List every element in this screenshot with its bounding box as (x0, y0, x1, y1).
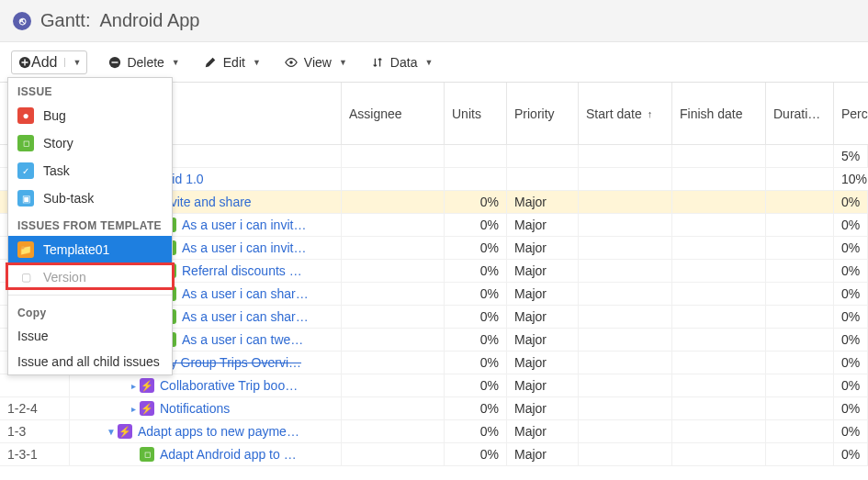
cell-duration (766, 260, 834, 282)
expand-toggle-icon[interactable]: ▸ (127, 404, 140, 414)
dropdown-section-copy: Copy (8, 299, 172, 323)
page-header: ⎋ Gantt: Android App (0, 0, 868, 42)
col-start[interactable]: Start date↑ (579, 83, 672, 145)
eye-icon (285, 55, 299, 69)
cell-duration (766, 352, 834, 374)
cell-finish (672, 397, 766, 419)
cell-priority: Major (507, 306, 579, 328)
dd-issue-type-story[interactable]: Story (8, 129, 172, 157)
dd-copy-issue[interactable]: Issue (8, 323, 172, 349)
dd-copy-issue-children-label: Issue and all child issues (17, 354, 160, 369)
issue-title[interactable]: Adapt apps to new payme… (138, 424, 299, 439)
issue-title[interactable]: Adapt Android app to … (160, 447, 297, 462)
cell-assignee (342, 283, 445, 305)
delete-button[interactable]: Delete ▼ (104, 53, 183, 72)
cell-percent: 0% (834, 397, 868, 419)
cell-priority: Major (507, 237, 579, 259)
expand-toggle-icon[interactable]: ▼ (105, 427, 118, 437)
cell-units: 0% (445, 374, 507, 396)
cell-priority: Major (507, 352, 579, 374)
cell-units: 0% (445, 306, 507, 328)
delete-label: Delete (127, 55, 163, 70)
issue-title[interactable]: My Group Trips Overvi… (160, 355, 301, 370)
dd-template-item[interactable]: Template01 (8, 236, 172, 263)
dropdown-separator (8, 295, 172, 296)
table-row[interactable]: 1-2-4▸Notifications0%Major0% (0, 397, 868, 420)
col-units[interactable]: Units (445, 83, 507, 145)
cell-duration (766, 420, 834, 442)
add-button[interactable]: Add ▼ (11, 50, 87, 74)
epic-icon (140, 401, 154, 416)
view-button[interactable]: View ▼ (281, 53, 351, 72)
issue-title[interactable]: Invite and share (160, 195, 252, 209)
cell-duration (766, 191, 834, 213)
bug-icon: ● (17, 107, 34, 124)
cell-start (579, 443, 672, 465)
cell-priority: Major (507, 283, 579, 305)
cell-issue[interactable]: ▸Notifications (70, 397, 342, 419)
col-duration[interactable]: Durati… (766, 83, 834, 145)
col-assignee[interactable]: Assignee (342, 83, 445, 145)
issue-title[interactable]: Notifications (160, 401, 230, 416)
cell-start (579, 352, 672, 374)
cell-start (579, 374, 672, 396)
cell-priority: Major (507, 191, 579, 213)
cell-percent: 0% (834, 329, 868, 351)
cell-units: 0% (445, 420, 507, 442)
minus-circle-icon (107, 55, 121, 69)
cell-finish (672, 329, 766, 351)
cell-percent: 0% (834, 237, 868, 259)
cell-units (445, 168, 507, 190)
cell-start (579, 283, 672, 305)
cell-assignee (342, 352, 445, 374)
page-title: Gantt: Android App (40, 10, 199, 31)
cell-percent: 0% (834, 214, 868, 236)
cell-issue[interactable]: ▼Adapt apps to new payme… (70, 420, 342, 442)
cell-priority (507, 168, 579, 190)
issue-title[interactable]: As a user i can shar… (182, 286, 309, 301)
page-title-name: Android App (100, 10, 200, 30)
issue-title[interactable]: As a user i can shar… (182, 309, 309, 324)
dd-issue-type-label: Story (43, 136, 73, 151)
col-priority[interactable]: Priority (507, 83, 579, 145)
cell-finish (672, 352, 766, 374)
cell-units: 0% (445, 352, 507, 374)
dd-issue-type-subtask[interactable]: Sub-task (8, 184, 172, 212)
cell-percent: 0% (834, 283, 868, 305)
issue-title[interactable]: As a user i can twe… (182, 332, 303, 347)
cell-percent: 0% (834, 352, 868, 374)
caret-down-icon: ▼ (339, 58, 347, 67)
table-row[interactable]: 1-3-1Adapt Android app to …0%Major0% (0, 443, 868, 466)
folder-icon (17, 241, 34, 258)
issue-title[interactable]: Collaborative Trip boo… (160, 378, 298, 393)
issue-title[interactable]: Referral discounts … (182, 263, 302, 278)
cell-duration (766, 145, 834, 167)
dd-copy-issue-label: Issue (17, 329, 48, 343)
cell-issue[interactable]: Adapt Android app to … (70, 443, 342, 465)
col-finish[interactable]: Finish date (672, 83, 766, 145)
issue-title[interactable]: As a user i can invit… (182, 218, 306, 232)
issue-title[interactable]: As a user i can invit… (182, 240, 306, 255)
dd-issue-type-label: Task (43, 163, 70, 178)
dd-copy-issue-children[interactable]: Issue and all child issues (8, 349, 172, 374)
caret-down-icon: ▼ (172, 58, 180, 67)
data-button[interactable]: Data ▼ (367, 53, 437, 72)
svg-rect-2 (111, 61, 118, 62)
cell-issue[interactable]: ▸Collaborative Trip boo… (70, 374, 342, 396)
cell-assignee (342, 397, 445, 419)
caret-down-icon: ▼ (424, 58, 433, 67)
table-row[interactable]: ▸Collaborative Trip boo…0%Major0% (0, 374, 868, 397)
cell-percent: 0% (834, 260, 868, 282)
add-dropdown: ISSUE ● Bug Story Task Sub-task ISSUES F… (7, 77, 173, 375)
col-percent[interactable]: Perce… (834, 83, 868, 145)
cell-assignee (342, 374, 445, 396)
cell-finish (672, 260, 766, 282)
edit-button[interactable]: Edit ▼ (200, 53, 265, 72)
cell-wbs (0, 374, 70, 396)
dd-issue-type-bug[interactable]: ● Bug (8, 102, 172, 129)
table-row[interactable]: 1-3▼Adapt apps to new payme…0%Major0% (0, 420, 868, 443)
cell-percent: 0% (834, 191, 868, 213)
expand-toggle-icon[interactable]: ▸ (127, 381, 140, 391)
dd-issue-type-task[interactable]: Task (8, 157, 172, 184)
cell-assignee (342, 329, 445, 351)
